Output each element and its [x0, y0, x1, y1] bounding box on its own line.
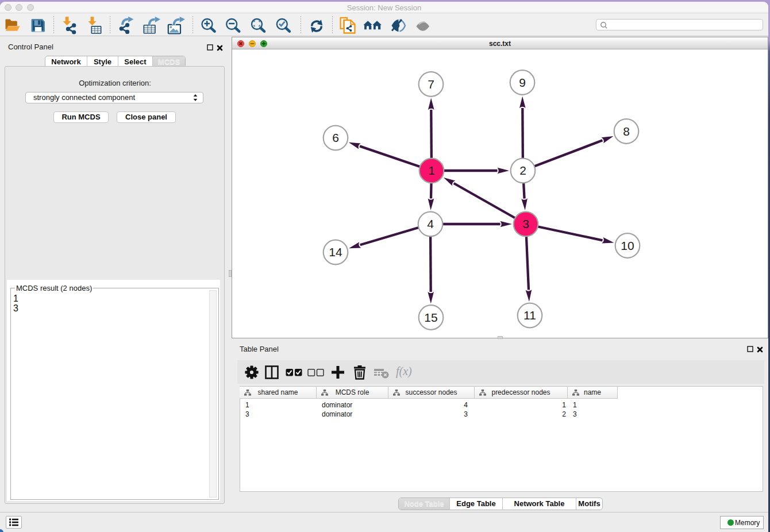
svg-text:15: 15: [424, 311, 437, 324]
svg-text:3: 3: [522, 217, 529, 230]
svg-text:4: 4: [427, 217, 434, 230]
svg-text:2: 2: [519, 164, 526, 177]
svg-text:6: 6: [332, 131, 339, 144]
svg-text:8: 8: [623, 125, 630, 138]
svg-text:7: 7: [428, 78, 434, 91]
svg-text:14: 14: [329, 245, 342, 259]
svg-text:11: 11: [523, 309, 536, 322]
svg-text:1: 1: [428, 164, 435, 177]
svg-text:10: 10: [621, 239, 634, 252]
svg-text:9: 9: [519, 76, 526, 89]
